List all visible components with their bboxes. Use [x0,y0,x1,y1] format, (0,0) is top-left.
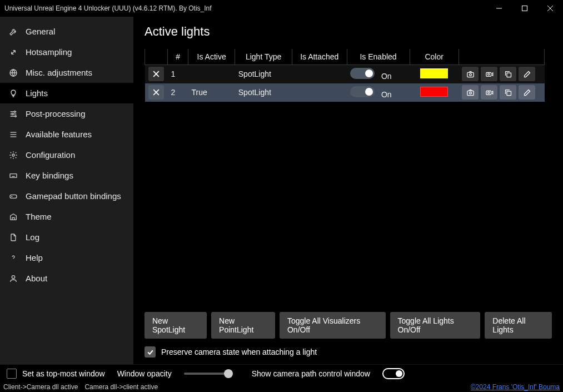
window-controls [486,0,563,17]
cell-isactive: True [188,83,235,102]
cell-enabled-label: On [381,72,392,81]
cell-isactive [188,65,235,83]
camera-button[interactable] [462,67,479,81]
svg-rect-24 [467,91,474,95]
sidebar-item-log[interactable]: Log [0,227,133,247]
opacity-label: Window opacity [117,369,172,378]
edit-button[interactable] [519,85,535,100]
bottom-bar: Set as top-most window Window opacity Sh… [0,364,563,382]
sidebar-item-hotsampling[interactable]: Hotsampling [0,42,133,62]
gamepad-icon [9,192,18,201]
col-delete[interactable] [145,49,168,65]
question-icon [9,254,18,262]
cell-num: 1 [168,65,188,83]
sidebar-item-label: Key bindings [26,171,73,180]
color-swatch[interactable] [420,68,448,78]
preserve-camera-label: Preserve camera state when attaching a l… [161,348,317,356]
edit-button[interactable] [519,67,535,81]
svg-rect-28 [507,91,511,96]
table-header-row: # Is Active Light Type Is Attached Is En… [145,49,545,65]
delete-row-button[interactable] [148,67,164,81]
sidebar-item-label: Available features [26,130,92,139]
sidebar-item-label: Misc. adjustments [26,68,92,77]
sidebar-item-gamepad[interactable]: Gamepad button bindings [0,186,133,206]
cell-enabled-label: On [381,90,392,99]
col-lighttype[interactable]: Light Type [235,49,292,65]
window-title: Universal Unreal Engine 4 Unlocker (UUU)… [4,4,486,12]
new-pointlight-button[interactable]: New PointLight [211,312,275,339]
sidebar-item-label: Help [26,253,43,262]
topmost-label: Set as top-most window [22,369,105,378]
sidebar-item-keybindings[interactable]: Key bindings [0,165,133,186]
expand-icon [9,48,18,57]
col-num[interactable]: # [168,49,188,65]
sidebar-item-postprocessing[interactable]: Post-processing [0,103,133,124]
camera-move-button[interactable] [481,67,497,81]
svg-point-27 [488,91,490,93]
list-icon [9,130,18,139]
col-actions[interactable] [459,49,544,65]
minimize-button[interactable] [486,0,512,17]
svg-point-18 [470,73,472,76]
table-row[interactable]: 2 True SpotLight On [145,83,545,102]
sidebar-item-configuration[interactable]: Configuration [0,145,133,165]
sidebar-item-general[interactable]: General [0,21,133,42]
col-isactive[interactable]: Is Active [188,49,235,65]
copyright-link[interactable]: ©2024 Frans 'Otis_Inf' Bouma [471,383,560,391]
svg-rect-17 [467,72,474,77]
opacity-slider[interactable] [184,373,228,375]
preserve-camera-checkbox[interactable] [145,346,156,358]
sidebar-item-label: Lights [26,88,48,98]
svg-point-5 [14,111,16,112]
preserve-camera-row: Preserve camera state when attaching a l… [145,346,552,358]
sidebar-item-label: Gamepad button bindings [26,191,121,201]
sidebar-item-about[interactable]: About [0,268,133,289]
svg-rect-13 [10,195,17,198]
status-client-camera: Client->Camera dll active [3,383,78,391]
maximize-button[interactable] [512,0,537,17]
delete-row-button[interactable] [148,85,164,100]
cell-isattached [292,65,347,83]
enabled-toggle[interactable] [350,68,375,79]
svg-rect-1 [522,6,527,11]
main-panel: Active lights # Is Active Light Type Is … [133,17,563,364]
col-isenabled[interactable]: Is Enabled [347,49,410,65]
table-row[interactable]: 1 SpotLight On [145,65,545,83]
new-spotlight-button[interactable]: New SpotLight [145,312,207,339]
titlebar: Universal Unreal Engine 4 Unlocker (UUU)… [0,0,563,17]
enabled-toggle[interactable] [350,86,375,97]
sidebar-item-misc[interactable]: Misc. adjustments [0,62,133,83]
topmost-checkbox[interactable] [7,369,17,379]
sidebar-item-label: About [26,274,47,283]
toggle-visualizers-button[interactable]: Toggle All Visualizers On/Off [280,312,386,339]
col-color[interactable]: Color [410,49,459,65]
sidebar-item-label: Hotsampling [26,47,72,57]
copy-button[interactable] [500,85,516,100]
close-button[interactable] [537,0,563,17]
action-button-row: New SpotLight New PointLight Toggle All … [145,301,552,339]
page-title: Active lights [145,24,552,39]
sidebar-item-label: Configuration [26,150,75,160]
sidebar-item-features[interactable]: Available features [0,124,133,145]
bulb-icon [9,89,18,98]
camera-button[interactable] [462,85,479,100]
show-camera-label: Show camera path control window [252,369,370,378]
delete-all-button[interactable]: Delete All Lights [485,312,552,339]
toggle-lights-button[interactable]: Toggle All Lights On/Off [390,312,481,339]
sidebar-item-label: Log [26,232,39,242]
sidebar-item-theme[interactable]: Theme [0,206,133,227]
copy-button[interactable] [500,67,516,81]
svg-point-25 [470,92,472,94]
svg-point-11 [12,154,14,156]
show-camera-toggle[interactable] [382,368,405,379]
keyboard-icon [9,171,18,180]
col-isattached[interactable]: Is Attached [292,49,347,65]
cell-isattached [292,83,347,102]
sidebar-item-help[interactable]: Help [0,247,133,268]
sidebar-item-lights[interactable]: Lights [0,83,133,103]
cell-lighttype: SpotLight [235,65,292,83]
gear-icon [9,151,18,160]
camera-move-button[interactable] [481,85,497,100]
color-swatch[interactable] [420,87,448,97]
sliders-icon [9,110,18,118]
